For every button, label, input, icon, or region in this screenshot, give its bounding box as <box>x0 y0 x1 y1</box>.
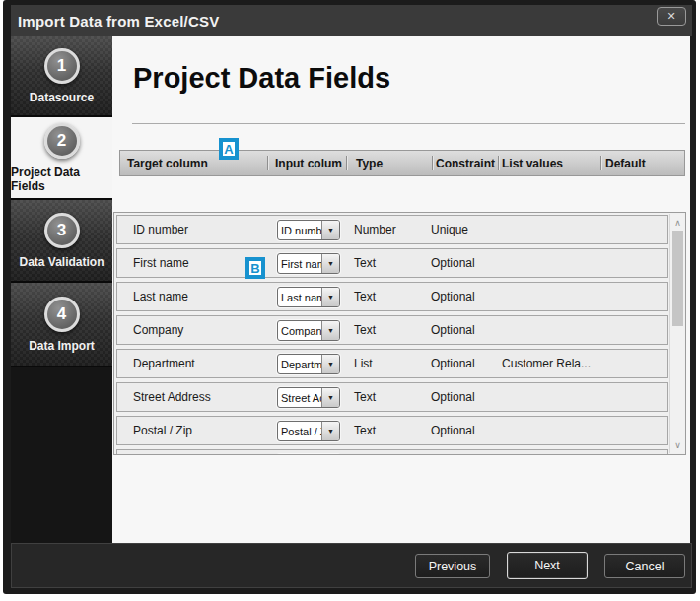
wizard-step-data-validation[interactable]: 3 Data Validation <box>11 200 112 283</box>
target-column-cell: Last name <box>133 283 188 310</box>
dropdown-arrow-icon[interactable]: ▼ <box>321 388 339 407</box>
table-row-department: Department Department ▼ List Optional Cu… <box>116 349 668 378</box>
constraint-cell: Optional <box>431 249 475 277</box>
header-separator <box>498 156 499 170</box>
header-separator <box>600 156 601 170</box>
target-column-cell: Postal / Zip <box>133 417 192 444</box>
type-cell: Text <box>354 249 376 277</box>
constraint-cell: Optional <box>431 383 475 411</box>
step-label: Data Validation <box>19 255 104 269</box>
step-number-badge: 2 <box>44 123 80 159</box>
scroll-up-button[interactable]: ∧ <box>670 215 685 230</box>
table-row-partial: ▼ <box>116 449 668 455</box>
previous-button[interactable]: Previous <box>415 554 490 578</box>
table-row-company: Company Company ▼ Text Optional <box>116 315 668 345</box>
dropdown-arrow-icon[interactable]: ▼ <box>321 321 339 340</box>
dropdown-value: ID number <box>278 221 321 239</box>
step-label: Data Import <box>29 339 95 353</box>
dropdown-arrow-icon[interactable]: ▼ <box>321 422 339 440</box>
close-button[interactable]: ✕ <box>657 7 686 26</box>
list-values-cell: Customer Rela... <box>502 350 591 377</box>
table-row-postal-zip: Postal / Zip Postal / Zip ▼ Text Optiona… <box>116 416 668 445</box>
dropdown-value: Street Address <box>278 388 321 407</box>
input-column-dropdown[interactable]: ▼ <box>277 454 340 455</box>
footer-bar: Previous Next Cancel <box>11 543 692 588</box>
cancel-button[interactable]: Cancel <box>604 554 685 578</box>
step-label: Datasource <box>30 91 94 104</box>
input-column-dropdown[interactable]: Department ▼ <box>277 354 340 374</box>
header-separator <box>432 156 433 170</box>
dropdown-value: First name <box>278 254 321 273</box>
main-panel: Project Data Fields Target column Input … <box>112 36 690 543</box>
target-column-cell: Street Address <box>133 383 211 411</box>
table-row-street-address: Street Address Street Address ▼ Text Opt… <box>116 382 668 412</box>
scroll-thumb[interactable] <box>672 231 683 326</box>
table-row-id-number: ID number ID number ▼ Number Unique <box>116 215 668 244</box>
wizard-step-data-import[interactable]: 4 Data Import <box>11 283 112 367</box>
table-row-first-name: First name First name ▼ Text Optional <box>116 248 668 278</box>
dropdown-value: Last name <box>278 288 321 306</box>
input-column-dropdown[interactable]: Postal / Zip ▼ <box>277 421 340 441</box>
page-title: Project Data Fields <box>133 62 390 95</box>
dropdown-value: Company <box>278 321 321 340</box>
window-title: Import Data from Excel/CSV <box>11 13 219 30</box>
dropdown-value: Department <box>278 355 321 373</box>
header-input-column: Input colum <box>275 151 342 175</box>
header-separator <box>346 156 347 170</box>
step-number-badge: 3 <box>44 213 80 248</box>
wizard-step-datasource[interactable]: 1 Datasource <box>11 36 112 117</box>
input-column-dropdown[interactable]: Company ▼ <box>277 320 340 341</box>
step-label: Project Data Fields <box>11 166 112 193</box>
import-wizard-dialog: Import Data from Excel/CSV ✕ 1 Datasourc… <box>0 0 700 601</box>
input-column-dropdown[interactable]: ID number ▼ <box>277 220 340 240</box>
type-cell: Text <box>354 383 376 411</box>
table-header: Target column Input colum Type Constrain… <box>119 150 685 176</box>
type-cell: Text <box>354 283 376 310</box>
constraint-cell: Unique <box>431 216 468 243</box>
window-frame: Import Data from Excel/CSV ✕ 1 Datasourc… <box>3 0 696 594</box>
header-type: Type <box>356 151 383 175</box>
step-number-badge: 1 <box>44 48 80 84</box>
target-column-cell: Department <box>133 350 195 377</box>
annotation-b: B <box>245 257 265 279</box>
constraint-cell: Optional <box>431 316 475 344</box>
field-mapping-list: ID number ID number ▼ Number Unique Firs… <box>113 212 686 455</box>
type-cell: Text <box>354 316 376 344</box>
scroll-down-button[interactable]: ∨ <box>670 437 685 452</box>
dropdown-arrow-icon[interactable]: ▼ <box>321 355 339 373</box>
type-cell: Text <box>354 417 376 444</box>
header-default: Default <box>605 151 646 175</box>
header-constraint: Constraint <box>436 151 495 175</box>
dropdown-arrow-icon[interactable]: ▼ <box>321 254 339 273</box>
next-button[interactable]: Next <box>507 552 588 579</box>
constraint-cell: Optional <box>431 283 475 310</box>
dropdown-arrow-icon[interactable]: ▼ <box>321 288 339 306</box>
close-icon: ✕ <box>666 11 675 22</box>
wizard-sidebar: 1 Datasource 2 Project Data Fields 3 Dat… <box>11 36 112 543</box>
input-column-dropdown[interactable]: First name ▼ <box>277 253 340 274</box>
dropdown-value: Postal / Zip <box>278 422 321 440</box>
step-number-badge: 4 <box>44 297 80 332</box>
wizard-step-project-data-fields[interactable]: 2 Project Data Fields <box>11 117 112 200</box>
header-target-column: Target column <box>127 151 208 175</box>
target-column-cell: First name <box>133 249 189 277</box>
header-list-values: List values <box>502 151 563 175</box>
annotation-a: A <box>219 138 239 160</box>
constraint-cell: Optional <box>431 350 475 377</box>
target-column-cell: ID number <box>133 216 188 243</box>
vertical-scrollbar[interactable]: ∧ ∨ <box>669 214 684 453</box>
dropdown-arrow-icon[interactable]: ▼ <box>321 221 339 239</box>
type-cell: Number <box>354 216 396 243</box>
header-separator <box>267 156 268 170</box>
title-bar: Import Data from Excel/CSV <box>11 5 692 36</box>
target-column-cell: Company <box>133 316 183 344</box>
input-column-dropdown[interactable]: Street Address ▼ <box>277 387 340 408</box>
type-cell: List <box>354 350 373 377</box>
input-column-dropdown[interactable]: Last name ▼ <box>277 287 340 307</box>
constraint-cell: Optional <box>431 417 475 444</box>
title-divider <box>132 123 685 124</box>
table-row-last-name: Last name Last name ▼ Text Optional <box>116 282 668 311</box>
